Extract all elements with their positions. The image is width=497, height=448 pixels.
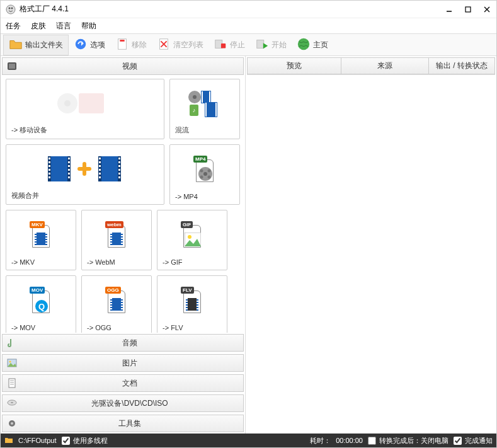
category-document[interactable]: 文档 xyxy=(2,374,244,392)
mobile-icon xyxy=(11,83,159,123)
tile-mov[interactable]: MOV Q -> MOV xyxy=(6,275,76,333)
tile-mp4[interactable]: MP4 -> MP4 xyxy=(169,144,240,205)
task-list-header: 预览 来源 输出 / 转换状态 xyxy=(247,57,495,75)
remove-button[interactable]: 移除 xyxy=(110,35,152,55)
svg-point-71 xyxy=(203,172,207,176)
svg-rect-67 xyxy=(118,176,120,178)
svg-rect-42 xyxy=(49,161,50,163)
category-audio[interactable]: 音频 xyxy=(2,334,244,352)
tile-mobile[interactable]: -> 移动设备 xyxy=(6,79,164,139)
left-panel: 视频 -> 移动设备 ♪ xyxy=(1,56,246,434)
col-source[interactable]: 来源 xyxy=(341,57,429,74)
mov-icon: MOV Q xyxy=(11,280,71,321)
svg-rect-45 xyxy=(49,173,50,175)
svg-rect-27 xyxy=(202,91,203,103)
right-panel: 预览 来源 输出 / 转换状态 xyxy=(246,56,496,434)
svg-point-74 xyxy=(200,176,203,179)
svg-rect-60 xyxy=(99,173,101,175)
start-button[interactable]: 开始 xyxy=(250,35,292,55)
tile-gif[interactable]: GIF -> GIF xyxy=(157,210,227,270)
stop-button[interactable]: 停止 xyxy=(209,35,250,55)
clear-label: 清空列表 xyxy=(173,40,203,50)
elapsed-label: 耗时： xyxy=(310,436,331,445)
svg-rect-64 xyxy=(118,165,120,167)
options-icon xyxy=(74,37,88,53)
svg-point-77 xyxy=(188,235,191,239)
menu-skin[interactable]: 皮肤 xyxy=(31,21,46,32)
tile-mux[interactable]: ♪ 混流 xyxy=(169,79,240,139)
disc-icon xyxy=(6,398,18,409)
svg-rect-20 xyxy=(9,64,15,69)
menubar: 任务 皮肤 语言 帮助 xyxy=(1,18,496,33)
category-video[interactable]: 视频 xyxy=(2,57,244,75)
category-document-label: 文档 xyxy=(20,378,239,389)
col-preview[interactable]: 预览 xyxy=(247,57,341,74)
tile-webm-label: -> WebM xyxy=(87,258,146,266)
home-label: 主页 xyxy=(313,40,328,50)
tile-webm[interactable]: webm -> WebM xyxy=(81,210,152,270)
home-button[interactable]: 主页 xyxy=(292,35,333,55)
menu-help[interactable]: 帮助 xyxy=(81,21,96,32)
start-icon xyxy=(255,37,269,53)
close-button[interactable] xyxy=(483,5,491,14)
picture-icon xyxy=(6,357,18,369)
svg-rect-43 xyxy=(49,165,50,167)
output-path[interactable]: C:\FFOutput xyxy=(18,437,57,444)
svg-rect-46 xyxy=(49,176,50,178)
folder-icon xyxy=(9,37,23,53)
tile-ogg[interactable]: OGG -> OGG xyxy=(81,275,152,333)
clear-button[interactable]: 清空列表 xyxy=(152,35,209,55)
remove-icon xyxy=(115,37,129,53)
video-icon xyxy=(6,60,18,72)
stop-icon xyxy=(214,37,227,53)
svg-rect-51 xyxy=(68,173,70,175)
svg-rect-33 xyxy=(215,103,217,117)
svg-rect-57 xyxy=(99,161,101,163)
svg-rect-28 xyxy=(209,91,210,103)
svg-point-88 xyxy=(11,422,13,425)
svg-point-1 xyxy=(9,7,11,9)
multithread-checkbox[interactable]: 使用多线程 xyxy=(62,436,108,445)
svg-point-81 xyxy=(9,361,11,363)
shutdown-checkbox[interactable]: 转换完成后：关闭电脑 xyxy=(368,436,448,445)
clear-icon xyxy=(157,37,171,53)
audio-icon xyxy=(6,337,18,348)
tile-join[interactable]: 视频合并 xyxy=(6,144,164,205)
svg-rect-32 xyxy=(205,103,207,117)
maximize-button[interactable] xyxy=(464,5,472,14)
svg-rect-61 xyxy=(99,176,101,178)
svg-rect-41 xyxy=(49,158,50,159)
svg-point-18 xyxy=(298,38,309,49)
globe-icon xyxy=(297,37,311,53)
remove-label: 移除 xyxy=(132,40,147,50)
category-audio-label: 音频 xyxy=(20,338,239,348)
output-folder-button[interactable]: 输出文件夹 xyxy=(3,35,69,55)
options-label: 选项 xyxy=(90,40,105,50)
svg-rect-50 xyxy=(68,169,70,171)
svg-rect-49 xyxy=(68,165,70,167)
tile-mkv[interactable]: MKV -> MKV xyxy=(6,210,76,270)
options-button[interactable]: 选项 xyxy=(69,35,110,55)
notify-checkbox[interactable]: 完成通知 xyxy=(454,436,493,445)
mp4-icon: MP4 xyxy=(175,149,234,190)
category-picture[interactable]: 图片 xyxy=(2,354,244,372)
svg-point-73 xyxy=(208,169,211,173)
tile-join-label: 视频合并 xyxy=(11,191,159,200)
svg-rect-82 xyxy=(9,379,15,388)
col-status[interactable]: 输出 / 转换状态 xyxy=(428,57,495,74)
svg-rect-63 xyxy=(118,161,120,163)
svg-rect-23 xyxy=(79,93,104,113)
menu-task[interactable]: 任务 xyxy=(6,21,21,32)
stop-label: 停止 xyxy=(230,40,245,50)
gif-icon: GIF xyxy=(163,214,222,256)
minimize-button[interactable] xyxy=(445,5,454,14)
task-list-body[interactable] xyxy=(246,76,496,434)
svg-rect-53 xyxy=(98,156,121,181)
tile-flv[interactable]: FLV -> FLV xyxy=(157,275,227,333)
menu-language[interactable]: 语言 xyxy=(56,21,71,32)
svg-rect-47 xyxy=(68,158,70,159)
category-rom[interactable]: 光驱设备\DVD\CD\ISO xyxy=(2,394,244,412)
svg-point-75 xyxy=(208,176,211,179)
svg-rect-38 xyxy=(48,156,71,181)
category-tools[interactable]: 工具集 xyxy=(2,415,244,432)
